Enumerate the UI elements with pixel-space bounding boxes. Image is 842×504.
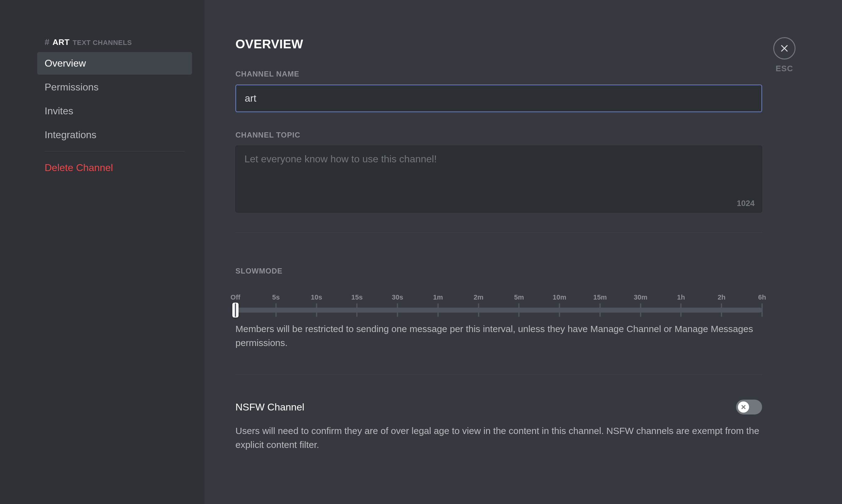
slowmode-description: Members will be restricted to sending on… bbox=[235, 322, 762, 350]
sidebar-item-label: Delete Channel bbox=[44, 162, 113, 173]
sidebar-header: # ART TEXT CHANNELS bbox=[37, 37, 192, 52]
sidebar-divider bbox=[44, 151, 185, 151]
close-icon bbox=[780, 44, 789, 53]
slider-tick-label: 30s bbox=[392, 293, 404, 301]
slider-tick bbox=[680, 303, 682, 317]
sidebar-item-label: Invites bbox=[44, 105, 73, 116]
slider-tick bbox=[356, 303, 358, 317]
nsfw-description: Users will need to confirm they are of o… bbox=[235, 424, 762, 452]
slider-tick-label: Off bbox=[231, 293, 240, 301]
slider-tick bbox=[721, 303, 722, 317]
slider-tick bbox=[316, 303, 317, 317]
slider-tick bbox=[559, 303, 560, 317]
sidebar-item-label: Permissions bbox=[44, 82, 98, 93]
sidebar-channel-name: ART bbox=[53, 37, 70, 47]
channel-name-input[interactable] bbox=[235, 85, 762, 112]
channel-name-label: CHANNEL NAME bbox=[235, 70, 762, 78]
nsfw-toggle[interactable] bbox=[736, 400, 762, 414]
slider-tick bbox=[275, 303, 276, 317]
slider-tick-label: 1h bbox=[677, 293, 685, 301]
close-button[interactable]: ESC bbox=[773, 37, 795, 73]
slider-tick bbox=[518, 303, 520, 317]
esc-label: ESC bbox=[776, 64, 793, 73]
page-title: OVERVIEW bbox=[235, 37, 762, 51]
slider-tick bbox=[762, 303, 763, 317]
section-divider bbox=[235, 375, 762, 375]
sidebar: # ART TEXT CHANNELS Overview Permissions… bbox=[0, 0, 204, 504]
slider-tick-label: 10s bbox=[311, 293, 322, 301]
channel-topic-label: CHANNEL TOPIC bbox=[235, 131, 762, 139]
slider-tick bbox=[478, 303, 479, 317]
sidebar-item-integrations[interactable]: Integrations bbox=[37, 124, 192, 146]
slider-tick-label: 2h bbox=[717, 293, 725, 301]
slider-tick-label: 15s bbox=[351, 293, 363, 301]
slider-tick bbox=[599, 303, 601, 317]
slowmode-label: SLOWMODE bbox=[235, 267, 762, 275]
sidebar-item-label: Overview bbox=[44, 58, 86, 69]
slider-tick bbox=[397, 303, 398, 317]
slider-tick-label: 2m bbox=[474, 293, 484, 301]
sidebar-item-label: Integrations bbox=[44, 129, 96, 140]
slider-tick-label: 30m bbox=[634, 293, 647, 301]
nsfw-label: NSFW Channel bbox=[235, 401, 304, 413]
section-divider bbox=[235, 232, 762, 233]
toggle-knob bbox=[738, 401, 749, 413]
slider-tick-label: 1m bbox=[433, 293, 443, 301]
sidebar-item-permissions[interactable]: Permissions bbox=[37, 76, 192, 98]
sidebar-item-overview[interactable]: Overview bbox=[37, 52, 192, 75]
main-content: OVERVIEW CHANNEL NAME CHANNEL TOPIC 1024… bbox=[204, 0, 842, 504]
char-count: 1024 bbox=[737, 199, 755, 208]
close-circle bbox=[773, 37, 795, 59]
channel-topic-input[interactable] bbox=[235, 146, 762, 213]
sidebar-channel-category: TEXT CHANNELS bbox=[73, 39, 132, 47]
hash-icon: # bbox=[44, 37, 50, 47]
slider-tick-label: 6h bbox=[758, 293, 766, 301]
slider-tick-label: 10m bbox=[553, 293, 566, 301]
slider-tick bbox=[640, 303, 641, 317]
slider-tick bbox=[437, 303, 438, 317]
slider-tick-label: 5s bbox=[272, 293, 280, 301]
toggle-x-icon bbox=[740, 404, 747, 410]
sidebar-item-delete-channel[interactable]: Delete Channel bbox=[37, 157, 192, 179]
sidebar-item-invites[interactable]: Invites bbox=[37, 100, 192, 122]
slider-tick-label: 15m bbox=[593, 293, 607, 301]
slider-tick bbox=[235, 303, 236, 317]
slider-tick-label: 5m bbox=[514, 293, 524, 301]
slowmode-slider[interactable]: Off5s10s15s30s1m2m5m10m15m30m1h2h6h bbox=[235, 282, 762, 309]
